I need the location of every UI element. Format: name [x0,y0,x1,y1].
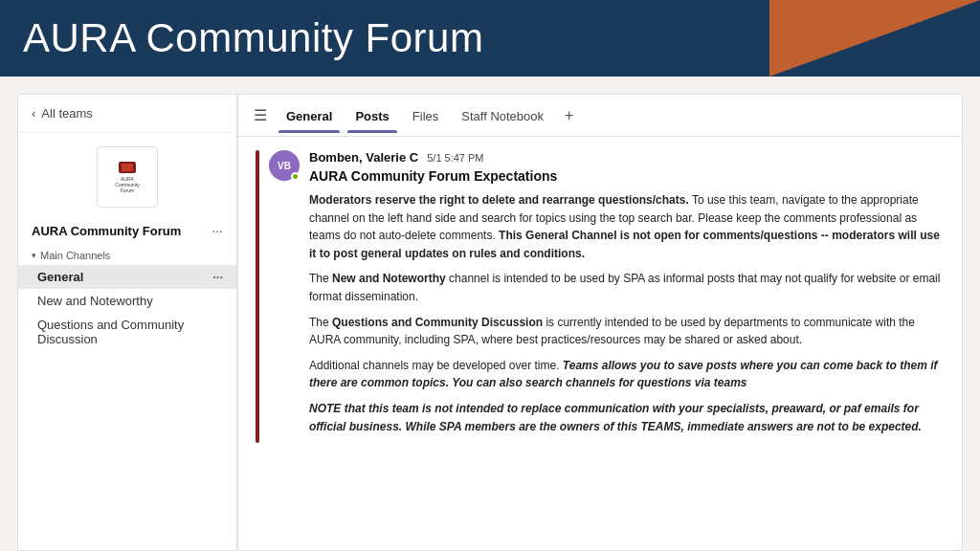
avatar: VB [269,150,300,181]
channel-item-questions[interactable]: Questions and Community Discussion [18,313,236,351]
channel-name-general: General [37,270,83,284]
main-content-area: ‹ All teams AURACommunityForum AURA Comm… [0,77,980,551]
teams-main-panel: ☰ General Posts Files Staff Notebook + V… [237,94,963,551]
header-decoration [769,0,980,77]
post-paragraph-2: The New and Noteworthy channel is intend… [309,270,945,305]
team-name-row: AURA Community Forum ··· [18,217,236,246]
page-header: AURA Community Forum [0,0,980,77]
post-paragraph-1: Moderators reserve the right to delete a… [309,191,945,262]
all-teams-back[interactable]: ‹ All teams [18,95,236,133]
post-item: VB Bomben, Valerie C 5/1 5:47 PM AURA Co… [256,150,945,443]
team-more-button[interactable]: ··· [212,223,223,238]
channels-arrow-icon: ▾ [32,251,36,260]
post-timestamp: 5/1 5:47 PM [427,152,483,164]
italic-note-text: NOTE that this team is not intended to r… [309,402,922,433]
tab-posts[interactable]: Posts [347,98,396,133]
channel-icon: ☰ [254,106,267,124]
tab-general[interactable]: General [278,98,340,133]
logo-icon [119,162,136,173]
page-title: AURA Community Forum [0,15,483,61]
channels-section: ▾ Main Channels General ··· New and Note… [18,246,236,357]
post-content: Bomben, Valerie C 5/1 5:47 PM AURA Commu… [309,150,945,443]
bold-new-noteworthy: New and Noteworthy [332,272,446,285]
tab-add-button[interactable]: + [559,103,579,128]
team-name-label: AURA Community Forum [32,224,181,238]
post-author: Bomben, Valerie C [309,150,418,165]
post-body: Moderators reserve the right to delete a… [309,191,945,435]
online-status-dot [291,172,300,181]
bold-text-2: This General Channel is not open for com… [309,229,940,260]
post-border-decoration [256,150,259,443]
all-teams-label: All teams [41,106,92,121]
main-channels-label: Main Channels [40,250,110,261]
back-arrow-icon: ‹ [32,106,35,121]
post-paragraph-3: The Questions and Community Discussion i… [309,314,945,349]
avatar-initials: VB [278,161,291,171]
channel-item-general[interactable]: General ··· [18,265,236,289]
teams-sidebar: ‹ All teams AURACommunityForum AURA Comm… [17,94,237,551]
channel-item-new-noteworthy[interactable]: New and Noteworthy [18,289,236,313]
bold-questions: Questions and Community Discussion [332,316,543,329]
logo-text: AURACommunityForum [115,176,139,193]
team-logo: AURACommunityForum [97,146,158,208]
channels-label: ▾ Main Channels [18,246,236,265]
tab-staff-notebook[interactable]: Staff Notebook [454,98,551,133]
teams-tabs-bar: ☰ General Posts Files Staff Notebook + [238,95,962,137]
post-meta: Bomben, Valerie C 5/1 5:47 PM [309,150,945,165]
tab-files[interactable]: Files [405,98,446,133]
channel-more-general[interactable]: ··· [212,270,223,284]
italic-teams-text: Teams allows you to save posts where you… [309,359,938,390]
post-area: VB Bomben, Valerie C 5/1 5:47 PM AURA Co… [238,137,962,550]
post-paragraph-5: NOTE that this team is not intended to r… [309,400,945,435]
bold-text-1: Moderators reserve the right to delete a… [309,193,689,207]
post-title: AURA Community Forum Expectations [309,168,945,184]
post-paragraph-4: Additional channels may be developed ove… [309,357,945,392]
team-logo-area: AURACommunityForum [18,133,236,217]
